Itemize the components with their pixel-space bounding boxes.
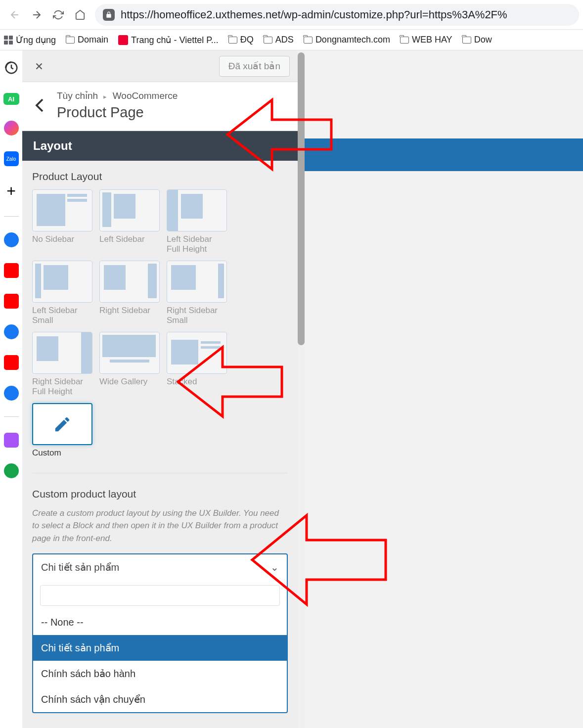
bookmark-label: ADS bbox=[275, 35, 294, 45]
youtube-icon-3[interactable] bbox=[4, 355, 19, 370]
panel-top-bar: Đã xuất bản bbox=[22, 50, 298, 82]
facebook-icon[interactable] bbox=[4, 232, 19, 247]
layout-option-right-sidebar[interactable]: Right Sidebar bbox=[99, 261, 160, 325]
breadcrumb-parent[interactable]: WooCommerce bbox=[113, 91, 178, 101]
divider bbox=[4, 216, 19, 217]
layout-option-left-sidebar-small[interactable]: Left Sidebar Small bbox=[32, 261, 92, 325]
bookmark-viettel[interactable]: Trang chủ - Viettel P... bbox=[118, 35, 219, 46]
layout-option-wide-gallery[interactable]: Wide Gallery bbox=[99, 332, 160, 396]
close-button[interactable] bbox=[30, 57, 48, 75]
bookmark-apps[interactable]: Ứng dụng bbox=[4, 35, 56, 46]
bookmark-label: Dongnamtech.com bbox=[315, 35, 390, 45]
facebook-icon-2[interactable] bbox=[4, 324, 19, 339]
breadcrumb-path: Tùy chỉnh ▸ WooCommerce bbox=[57, 90, 288, 101]
nav-back-button[interactable] bbox=[4, 4, 26, 26]
bookmark-label: Trang chủ - Viettel P... bbox=[131, 35, 219, 46]
breadcrumb-section: Tùy chỉnh ▸ WooCommerce Product Page bbox=[22, 82, 298, 131]
url-text: https://homeoffice2.uxthemes.net/wp-admi… bbox=[121, 8, 507, 21]
product-layout-section: Product Layout No Sidebar Left Sidebar L… bbox=[22, 161, 298, 468]
bookmarks-bar: Ứng dụng Domain Trang chủ - Viettel P...… bbox=[0, 30, 583, 50]
preview-header-bar bbox=[305, 138, 583, 171]
facebook-icon-3[interactable] bbox=[4, 386, 19, 401]
history-icon[interactable] bbox=[4, 60, 19, 77]
bookmark-domain[interactable]: Domain bbox=[66, 35, 108, 45]
custom-layout-section: Custom product layout Create a custom pr… bbox=[22, 478, 298, 724]
folder-icon bbox=[66, 37, 75, 44]
layout-option-label: Right Sidebar Full Height bbox=[32, 377, 92, 396]
layout-option-custom[interactable]: Custom bbox=[32, 403, 92, 458]
bookmark-label: Ứng dụng bbox=[16, 35, 56, 46]
layout-option-stacked[interactable]: Stacked bbox=[167, 332, 227, 396]
customizer-panel: Đã xuất bản Tùy chỉnh ▸ WooCommerce Prod… bbox=[22, 50, 298, 728]
folder-icon bbox=[462, 37, 471, 44]
layout-option-no-sidebar[interactable]: No Sidebar bbox=[32, 189, 92, 254]
layout-option-label: No Sidebar bbox=[32, 234, 92, 244]
layout-option-left-sidebar[interactable]: Left Sidebar bbox=[99, 189, 160, 254]
product-layout-title: Product Layout bbox=[32, 171, 288, 182]
green-icon[interactable] bbox=[4, 463, 19, 478]
messenger-icon[interactable] bbox=[4, 121, 19, 136]
add-icon[interactable]: + bbox=[6, 182, 16, 200]
viettel-icon bbox=[118, 35, 128, 45]
dropdown-search-input[interactable] bbox=[40, 585, 280, 606]
page-title: Product Page bbox=[57, 104, 288, 121]
nav-home-button[interactable] bbox=[69, 4, 91, 26]
youtube-icon-2[interactable] bbox=[4, 294, 19, 309]
layout-option-label: Right Sidebar bbox=[99, 306, 160, 316]
layout-option-label: Left Sidebar Full Height bbox=[167, 234, 227, 254]
apps-icon bbox=[4, 36, 13, 45]
folder-icon bbox=[264, 37, 272, 44]
bookmark-label: Domain bbox=[78, 35, 108, 45]
bookmark-dow[interactable]: Dow bbox=[462, 35, 492, 45]
scrollbar-thumb[interactable] bbox=[298, 52, 305, 345]
url-bar[interactable]: https://homeoffice2.uxthemes.net/wp-admi… bbox=[95, 4, 579, 26]
layout-option-left-sidebar-full[interactable]: Left Sidebar Full Height bbox=[167, 189, 227, 254]
preview-area bbox=[305, 50, 583, 728]
custom-layout-title: Custom product layout bbox=[32, 488, 288, 500]
layout-options-grid: No Sidebar Left Sidebar Left Sidebar Ful… bbox=[32, 189, 288, 458]
layout-option-right-sidebar-small[interactable]: Right Sidebar Small bbox=[167, 261, 227, 325]
browser-toolbar: https://homeoffice2.uxthemes.net/wp-admi… bbox=[0, 0, 583, 30]
ai-badge-icon[interactable]: AI bbox=[3, 93, 19, 105]
breadcrumb-root[interactable]: Tùy chỉnh bbox=[57, 91, 98, 101]
bookmark-ads[interactable]: ADS bbox=[264, 35, 294, 45]
caret-icon: ▸ bbox=[103, 93, 107, 100]
extension-sidebar: AI Zalo + bbox=[0, 50, 22, 728]
bookmark-dq[interactable]: ĐQ bbox=[228, 35, 254, 45]
dropdown-selected[interactable]: Chi tiết sản phẩm ⌄ bbox=[33, 554, 287, 580]
layout-option-label: Right Sidebar Small bbox=[167, 306, 227, 325]
dropdown-option-none[interactable]: -- None -- bbox=[33, 610, 287, 635]
nav-forward-button[interactable] bbox=[26, 4, 47, 26]
layout-option-label: Stacked bbox=[167, 377, 227, 387]
zalo-icon[interactable]: Zalo bbox=[4, 151, 19, 166]
publish-button[interactable]: Đã xuất bản bbox=[219, 56, 290, 77]
chevron-down-icon: ⌄ bbox=[270, 561, 279, 573]
nav-reload-button[interactable] bbox=[47, 4, 69, 26]
dropdown-option-baohanh[interactable]: Chính sách bảo hành bbox=[33, 661, 287, 686]
layout-option-label: Wide Gallery bbox=[99, 377, 160, 387]
custom-layout-dropdown[interactable]: Chi tiết sản phẩm ⌄ -- None -- Chi tiết … bbox=[32, 553, 288, 713]
custom-layout-description: Create a custom product layout by using … bbox=[32, 507, 288, 545]
back-button[interactable] bbox=[22, 90, 57, 121]
youtube-icon[interactable] bbox=[4, 263, 19, 278]
bookmark-webhay[interactable]: WEB HAY bbox=[400, 35, 452, 45]
agoda-icon[interactable] bbox=[4, 433, 19, 448]
bookmark-dongnamtech[interactable]: Dongnamtech.com bbox=[304, 35, 390, 45]
bookmark-label: Dow bbox=[474, 35, 492, 45]
dropdown-options: -- None -- Chi tiết sản phẩm Chính sách … bbox=[33, 610, 287, 712]
bookmark-label: ĐQ bbox=[240, 35, 254, 45]
folder-icon bbox=[400, 37, 409, 44]
dropdown-option-chitiet[interactable]: Chi tiết sản phẩm bbox=[33, 635, 287, 661]
bookmark-label: WEB HAY bbox=[412, 35, 452, 45]
scrollbar[interactable] bbox=[298, 50, 305, 728]
layout-option-label: Custom bbox=[32, 448, 92, 458]
dropdown-option-vanchuyen[interactable]: Chính sách vận chuyển bbox=[33, 686, 287, 712]
divider bbox=[4, 416, 19, 417]
dropdown-selected-label: Chi tiết sản phẩm bbox=[41, 561, 119, 573]
layout-option-right-sidebar-full[interactable]: Right Sidebar Full Height bbox=[32, 332, 92, 396]
folder-icon bbox=[304, 37, 313, 44]
lock-icon bbox=[103, 9, 115, 21]
layout-header: Layout bbox=[22, 131, 298, 161]
layout-option-label: Left Sidebar Small bbox=[32, 306, 92, 325]
divider bbox=[32, 473, 288, 473]
